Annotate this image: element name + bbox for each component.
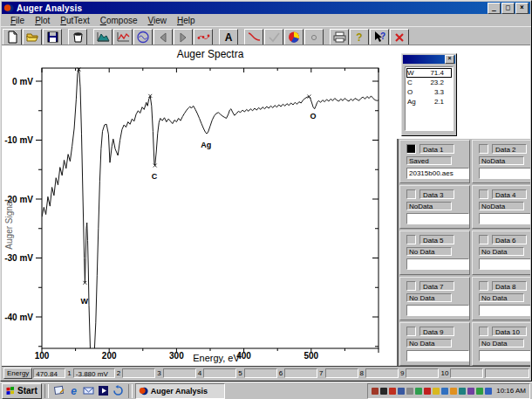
check-icon[interactable]: [264, 29, 283, 46]
data-slot-checkbox[interactable]: [479, 189, 488, 199]
menu-plot[interactable]: Plot: [30, 16, 55, 25]
internet-explorer-icon[interactable]: e: [67, 384, 80, 397]
menu-puttext[interactable]: PutText: [55, 16, 94, 25]
minimize-button[interactable]: _: [488, 3, 501, 14]
maximize-button[interactable]: □: [501, 3, 515, 14]
channel-number: 4: [196, 369, 203, 377]
tray-icon-8[interactable]: [433, 388, 440, 395]
data-slot-label[interactable]: Data 6: [492, 235, 527, 244]
data-slot-filename[interactable]: [479, 350, 530, 361]
data-slot-label[interactable]: Data 9: [419, 327, 454, 336]
tray-icon-11[interactable]: [459, 388, 466, 395]
start-button[interactable]: Start: [2, 383, 42, 399]
tray-icon-14[interactable]: [485, 388, 492, 395]
data-slot-label[interactable]: Data 10: [492, 327, 527, 336]
media-player-icon[interactable]: [97, 384, 110, 397]
data-slot-label[interactable]: Data 2: [492, 144, 527, 154]
task-button-auger-analysis[interactable]: Auger Analysis: [135, 383, 225, 399]
data-slot-label[interactable]: Data 4: [492, 189, 527, 199]
concentration-row-C[interactable]: C23.2: [406, 78, 452, 87]
screen: Auger Analysis _ □ × FilePlotPutTextComp…: [0, 0, 532, 399]
data-slot-checkbox[interactable]: [406, 327, 416, 336]
quick-launch: e: [51, 384, 126, 397]
data-slot-filename[interactable]: [406, 305, 469, 316]
arrow-left-icon[interactable]: [153, 29, 173, 46]
tray-icon-9[interactable]: [441, 388, 448, 395]
open-icon[interactable]: [23, 29, 42, 46]
tray-icon-12[interactable]: [467, 388, 474, 395]
tray-icon-4[interactable]: [398, 388, 405, 395]
channel-value: [163, 368, 196, 378]
data-slot-filename[interactable]: [479, 213, 530, 224]
data-slot-checkbox[interactable]: [406, 144, 416, 154]
popup-titlebar[interactable]: ×: [403, 55, 455, 64]
pie-icon[interactable]: [284, 29, 304, 46]
channel-value: [406, 368, 439, 378]
data-slot-filename[interactable]: [406, 350, 469, 361]
save-icon[interactable]: [43, 29, 62, 46]
data-slot-label[interactable]: Data 5: [419, 235, 454, 244]
data-slot-status: NoData: [479, 156, 524, 165]
data-slot-filename[interactable]: [479, 258, 530, 270]
data-slot-label[interactable]: Data 7: [419, 281, 454, 291]
quantification-popup[interactable]: × W71.4C23.2O3.3Ag2.1: [401, 53, 457, 136]
concentration-row-Ag[interactable]: Ag2.1: [406, 97, 452, 107]
channel-value: [325, 368, 358, 378]
dot-icon[interactable]: [304, 29, 324, 46]
menu-help[interactable]: Help: [172, 16, 201, 25]
tray-icon-10[interactable]: [450, 388, 457, 395]
text-icon[interactable]: A: [219, 29, 238, 46]
line-chart-icon[interactable]: [113, 29, 133, 46]
close-red-icon[interactable]: [390, 29, 409, 46]
data-slot-checkbox[interactable]: [479, 281, 488, 291]
data-slot-checkbox[interactable]: [406, 189, 416, 199]
menu-compose[interactable]: Compose: [95, 16, 143, 25]
data-slot-filename[interactable]: [479, 305, 530, 316]
tray-icon-5[interactable]: [406, 388, 413, 395]
bucket-icon[interactable]: [68, 29, 87, 46]
peak-chart-icon[interactable]: [93, 29, 113, 46]
tray-icon-7[interactable]: [424, 388, 431, 395]
outlook-express-icon[interactable]: [82, 384, 95, 397]
data-slot-checkbox[interactable]: [406, 235, 416, 244]
channel-number: 3: [155, 369, 162, 377]
element-concentration-list[interactable]: W71.4C23.2O3.3Ag2.1: [405, 66, 454, 131]
popup-close-icon[interactable]: ×: [445, 55, 454, 64]
curve-icon[interactable]: [244, 29, 263, 46]
arrow-right-icon[interactable]: [174, 29, 193, 46]
data-slot-checkbox[interactable]: [479, 144, 488, 154]
data-slot-9: Data 9No Data: [399, 322, 470, 366]
data-slot-checkbox[interactable]: [479, 327, 488, 336]
help-icon[interactable]: ?: [350, 29, 369, 46]
data-slot-label[interactable]: Data 3: [419, 189, 454, 199]
close-button[interactable]: ×: [515, 3, 529, 14]
new-icon[interactable]: [3, 29, 22, 46]
concentration-row-O[interactable]: O3.3: [406, 87, 452, 97]
menu-view[interactable]: View: [143, 16, 173, 25]
svg-text:-10 mV: -10 mV: [4, 135, 33, 145]
data-slot-filename[interactable]: [406, 213, 469, 224]
circle-wave-icon[interactable]: [133, 29, 153, 46]
titlebar[interactable]: Auger Analysis _ □ ×: [2, 2, 530, 14]
channels-icon[interactable]: [112, 384, 125, 397]
print-icon[interactable]: [330, 29, 349, 46]
data-slot-label[interactable]: Data 8: [492, 281, 527, 291]
data-slot-filename[interactable]: [406, 258, 469, 270]
context-help-icon[interactable]: ?: [370, 29, 389, 46]
scatter-icon[interactable]: [194, 29, 213, 46]
tray-icon-6[interactable]: [415, 388, 422, 395]
data-slot-label[interactable]: Data 1: [419, 144, 454, 154]
tray-icon-1[interactable]: [372, 388, 379, 395]
menu-file[interactable]: File: [5, 16, 30, 25]
tray-icon-2[interactable]: [380, 388, 387, 395]
concentration-row-W[interactable]: W71.4: [406, 68, 452, 78]
data-slot-checkbox[interactable]: [479, 235, 488, 244]
data-slot-filename[interactable]: [479, 168, 530, 179]
data-slot-checkbox[interactable]: [406, 281, 416, 291]
data-slot-filename[interactable]: 20315b00.aes: [406, 168, 469, 179]
tray-icon-13[interactable]: [476, 388, 483, 395]
show-desktop-icon[interactable]: [52, 384, 65, 397]
tray-icons: [372, 388, 492, 395]
tray-icon-3[interactable]: [389, 388, 396, 395]
app-window: Auger Analysis _ □ × FilePlotPutTextComp…: [0, 0, 532, 382]
